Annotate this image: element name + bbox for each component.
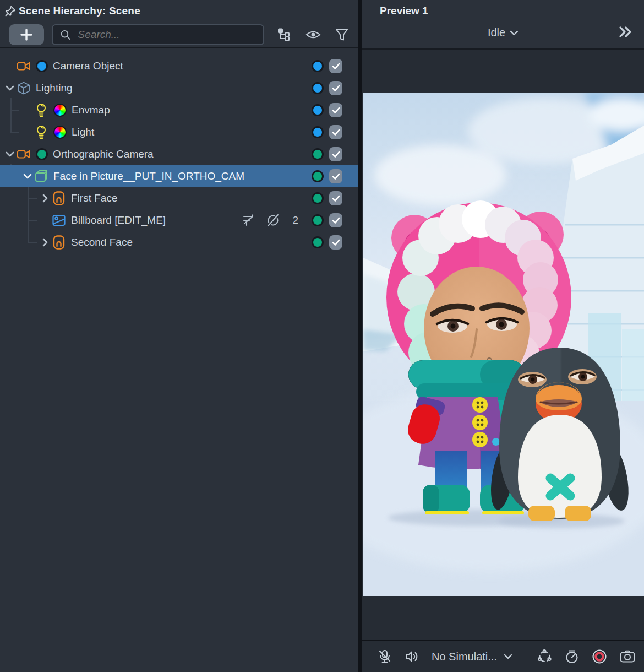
sort-order-icon: [242, 213, 256, 227]
tree-item-label: Second Face: [71, 236, 133, 248]
enabled-dot[interactable]: [312, 60, 324, 72]
chevron-down-icon[interactable]: [21, 174, 34, 179]
scene-tree: Camera Object Lighting Envmap: [0, 55, 358, 253]
enabled-dot[interactable]: [312, 148, 324, 160]
tree-row-first-face[interactable]: First Face: [0, 187, 358, 209]
search-input[interactable]: [77, 28, 256, 41]
stopwatch-icon[interactable]: [564, 649, 580, 664]
push-pin-icon[interactable]: [4, 5, 17, 17]
add-object-button[interactable]: [9, 24, 44, 45]
enabled-dot[interactable]: [312, 214, 324, 226]
visibility-eye-icon[interactable]: [305, 28, 321, 42]
tree-item-label: Face in Picture__PUT_IN_ORTHO_CAM: [53, 170, 244, 182]
camera-icon: [17, 59, 31, 73]
enabled-dot[interactable]: [312, 126, 324, 138]
filter-funnel-icon[interactable]: [335, 28, 349, 42]
chevron-right-icon[interactable]: [39, 238, 52, 247]
coat-buttons: [472, 397, 488, 447]
face-frame-icon: [52, 235, 66, 250]
record-icon[interactable]: [592, 649, 607, 664]
scene-hierarchy-header: Scene Hierarchy: Scene: [0, 0, 358, 22]
tree-item-label: Orthographic Camera: [53, 148, 154, 160]
enabled-dot[interactable]: [312, 82, 324, 94]
panel-divider[interactable]: [358, 0, 362, 672]
chevron-down-icon: [504, 654, 512, 659]
hierarchy-view-icon[interactable]: [276, 27, 292, 42]
cube-icon: [17, 81, 31, 95]
light-bulb-icon: [34, 103, 48, 117]
tree-row-orthographic-camera[interactable]: Orthographic Camera: [0, 143, 358, 165]
visibility-checkbox[interactable]: [329, 169, 342, 183]
tree-row-light[interactable]: Light: [0, 121, 358, 143]
penguin-x-mark: [550, 478, 570, 496]
simulation-value: No Simulati...: [432, 651, 497, 663]
enabled-dot[interactable]: [312, 170, 324, 182]
scene-hierarchy-panel: Scene Hierarchy: Scene: [0, 0, 358, 672]
visibility-checkbox[interactable]: [329, 59, 342, 73]
preview-header: Preview 1 Idle: [362, 0, 644, 50]
tree-item-label: First Face: [71, 192, 117, 204]
simulation-dropdown[interactable]: No Simulati...: [432, 651, 512, 663]
tree-row-face-in-picture[interactable]: Face in Picture__PUT_IN_ORTHO_CAM: [0, 165, 358, 187]
color-wheel-icon: [53, 104, 67, 117]
enabled-dot[interactable]: [312, 104, 324, 116]
preview-panel: Preview 1 Idle: [362, 0, 644, 672]
tree-item-label: Camera Object: [53, 60, 123, 72]
box-icon: [34, 169, 48, 183]
tree-row-camera-object[interactable]: Camera Object: [0, 55, 358, 77]
tree-item-label: Billboard [EDIT_ME]: [71, 214, 166, 226]
tree-row-envmap[interactable]: Envmap: [0, 99, 358, 121]
face-frame-icon: [52, 191, 66, 205]
scene-hierarchy-controls: [0, 22, 358, 48]
visibility-checkbox[interactable]: [329, 147, 342, 161]
light-bulb-icon: [34, 125, 48, 139]
camera-preview-image[interactable]: [363, 93, 644, 596]
visibility-checkbox[interactable]: [329, 213, 342, 227]
slashed-circle-icon: [266, 213, 280, 227]
chevron-down-icon[interactable]: [3, 85, 17, 91]
tree-row-second-face[interactable]: Second Face: [0, 231, 358, 253]
camera-icon: [17, 147, 31, 161]
search-icon: [59, 28, 72, 41]
snapshot-camera-icon[interactable]: [619, 649, 636, 664]
speaker-icon[interactable]: [404, 649, 419, 664]
billboard-image-icon: [52, 213, 66, 227]
motion-orbit-icon[interactable]: [537, 649, 552, 664]
preview-toolbar: No Simulati...: [362, 640, 644, 672]
enabled-dot[interactable]: [312, 236, 324, 248]
microphone-muted-icon[interactable]: [378, 649, 392, 664]
visibility-checkbox[interactable]: [329, 125, 342, 139]
state-value: Idle: [488, 26, 505, 39]
billboard-count: 2: [292, 214, 298, 226]
expand-panel-button[interactable]: [618, 25, 633, 39]
camera-live-dot: [36, 148, 48, 160]
visibility-checkbox[interactable]: [329, 103, 342, 117]
color-wheel-icon: [53, 126, 67, 139]
chevron-down-icon: [510, 30, 519, 36]
tree-item-label: Light: [72, 126, 94, 138]
tree-row-lighting[interactable]: Lighting: [0, 77, 358, 99]
tree-row-billboard[interactable]: Billboard [EDIT_ME] 2: [0, 209, 358, 231]
chevron-right-icon[interactable]: [39, 194, 52, 203]
panel-title: Scene Hierarchy: Scene: [19, 5, 140, 17]
visibility-checkbox[interactable]: [329, 191, 342, 205]
search-input-wrap[interactable]: [52, 24, 264, 45]
visibility-checkbox[interactable]: [329, 235, 342, 250]
chevron-down-icon[interactable]: [3, 151, 17, 157]
visibility-checkbox[interactable]: [329, 81, 342, 95]
enabled-dot[interactable]: [312, 192, 324, 204]
tree-item-label: Lighting: [36, 82, 73, 94]
preview-title: Preview 1: [380, 5, 428, 17]
tree-item-label: Envmap: [72, 104, 110, 116]
interaction-state-dropdown[interactable]: Idle: [488, 26, 519, 39]
camera-live-dot: [36, 60, 48, 72]
